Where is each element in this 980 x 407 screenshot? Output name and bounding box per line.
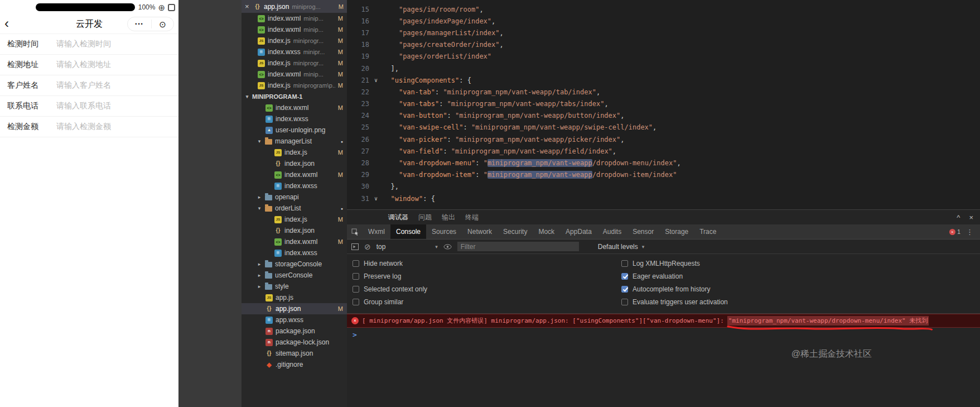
tree-folder[interactable]: ▸openapi bbox=[242, 191, 347, 203]
open-editor-item[interactable]: JSindex.jsminiprogr...M bbox=[242, 35, 347, 46]
checkbox[interactable] bbox=[353, 299, 359, 305]
log-levels-selector[interactable]: Default levels ▾ bbox=[598, 243, 645, 251]
devtools-tab-sources[interactable]: Sources bbox=[426, 224, 462, 239]
tree-item[interactable]: npackage-lock.json bbox=[242, 337, 347, 348]
tree-item[interactable]: ≡index.wxss bbox=[242, 113, 347, 125]
tree-item[interactable]: npackage.json bbox=[242, 325, 347, 337]
project-section-header[interactable]: ▾ MINIPROGRAM-1 bbox=[242, 91, 347, 102]
tree-folder[interactable]: ▾managerList● bbox=[242, 136, 347, 147]
tree-item[interactable]: JSapp.js bbox=[242, 292, 347, 303]
more-menu-icon[interactable]: ••• bbox=[135, 21, 143, 27]
tree-folder[interactable]: ▸style bbox=[242, 281, 347, 292]
form-row[interactable]: 检测金额请输入检测金额 bbox=[0, 117, 178, 137]
form-row[interactable]: 检测地址请输入检测地址 bbox=[0, 55, 178, 75]
console-setting[interactable]: Autocomplete from history bbox=[621, 282, 980, 295]
devtools-tab-appdata[interactable]: AppData bbox=[560, 224, 597, 239]
tree-item[interactable]: ▴user-unlogin.png bbox=[242, 125, 347, 136]
tree-item[interactable]: JSindex.jsM bbox=[242, 214, 347, 225]
fold-chevron-icon[interactable]: ∨ bbox=[369, 77, 383, 83]
open-editor-item[interactable]: JSindex.jsminiprogr...M bbox=[242, 58, 347, 69]
code-line[interactable]: 18 "pages/createOrder/index", bbox=[347, 39, 980, 51]
tree-item[interactable]: {}sitemap.json bbox=[242, 348, 347, 359]
console-error-message[interactable]: × [ miniprogram/app.json 文件内容错误] minipro… bbox=[347, 314, 980, 328]
minimize-icon[interactable]: ⊙ bbox=[159, 20, 166, 28]
tree-item[interactable]: <>index.wxmlM bbox=[242, 102, 347, 113]
devtools-tab-trace[interactable]: Trace bbox=[694, 224, 722, 239]
close-panel-icon[interactable]: × bbox=[969, 213, 973, 222]
open-editor-item[interactable]: JSindex.jsminiprogram\p...M bbox=[242, 80, 347, 91]
code-editor[interactable]: 15 "pages/im/room/room",16 "pages/indexP… bbox=[347, 0, 980, 209]
zoom-in-icon[interactable]: ⊕ bbox=[158, 3, 165, 12]
form-row[interactable]: 检测时间请输入检测时间 bbox=[0, 34, 178, 55]
tree-item[interactable]: ≡app.wxss bbox=[242, 314, 347, 325]
devtools-tab-sensor[interactable]: Sensor bbox=[627, 224, 659, 239]
checkbox[interactable] bbox=[621, 299, 628, 305]
code-line[interactable]: 29 "van-dropdown-item": "miniprogram_npm… bbox=[347, 169, 980, 181]
open-editor-active-tab[interactable]: × {} app.json miniprog... M bbox=[242, 0, 347, 13]
devtools-tab-security[interactable]: Security bbox=[498, 224, 533, 239]
code-line[interactable]: 31∨ "window": { bbox=[347, 193, 980, 204]
console-setting[interactable]: Log XMLHttpRequests bbox=[621, 257, 980, 270]
form-row[interactable]: 联系电话请输入联系电话 bbox=[0, 96, 178, 117]
close-icon[interactable]: × bbox=[245, 3, 251, 10]
checkbox[interactable] bbox=[621, 260, 628, 267]
console-setting[interactable]: Group similar bbox=[353, 295, 621, 308]
checkbox[interactable] bbox=[621, 273, 628, 280]
console-setting[interactable]: Evaluate triggers user activation bbox=[621, 295, 980, 308]
console-setting[interactable]: Eager evaluation bbox=[621, 270, 980, 282]
collapse-panel-icon[interactable]: ^ bbox=[957, 213, 960, 222]
tree-item[interactable]: ≡index.wxss bbox=[242, 247, 347, 258]
panel-tab[interactable]: 输出 bbox=[442, 213, 455, 222]
open-editor-item[interactable]: <>index.wxmlminip...M bbox=[242, 24, 347, 35]
form-row[interactable]: 客户姓名请输入客户姓名 bbox=[0, 75, 178, 96]
zoom-level[interactable]: 100% bbox=[138, 3, 156, 11]
code-line[interactable]: 26 "van-picker": "miniprogram_npm/vant-w… bbox=[347, 133, 980, 145]
checkbox[interactable] bbox=[621, 286, 628, 293]
error-count-badge[interactable]: × 1 bbox=[949, 228, 960, 235]
device-frame-icon[interactable] bbox=[168, 4, 175, 11]
panel-tab[interactable]: 终端 bbox=[465, 213, 479, 222]
context-selector[interactable]: top ▾ bbox=[376, 243, 438, 251]
console-setting[interactable]: Preserve log bbox=[353, 270, 621, 282]
checkbox[interactable] bbox=[353, 286, 359, 293]
code-line[interactable]: 22 "van-tab": "miniprogram_npm/vant-weap… bbox=[347, 86, 980, 98]
tree-item[interactable]: ◆.gitignore bbox=[242, 359, 347, 370]
device-selector-pill[interactable] bbox=[36, 3, 135, 11]
live-expression-eye-icon[interactable] bbox=[443, 244, 452, 250]
inspect-element-icon[interactable] bbox=[347, 224, 363, 239]
code-line[interactable]: 27 "van-field": "miniprogram_npm/vant-we… bbox=[347, 145, 980, 157]
console-sidebar-icon[interactable] bbox=[351, 243, 359, 250]
code-line[interactable]: 24 "van-button": "miniprogram_npm/vant-w… bbox=[347, 110, 980, 122]
filter-input[interactable] bbox=[457, 242, 579, 251]
tree-item[interactable]: {}app.jsonM bbox=[242, 303, 347, 314]
tree-item[interactable]: <>index.wxmlM bbox=[242, 169, 347, 180]
code-line[interactable]: 28 "van-dropdown-menu": "miniprogram_npm… bbox=[347, 157, 980, 169]
code-line[interactable]: 20 ], bbox=[347, 63, 980, 74]
code-line[interactable]: 19 "pages/orderList/index" bbox=[347, 51, 980, 63]
code-line[interactable]: 30 }, bbox=[347, 181, 980, 193]
checkbox[interactable] bbox=[353, 260, 359, 267]
panel-tab[interactable]: 问题 bbox=[418, 213, 432, 222]
devtools-tab-mock[interactable]: Mock bbox=[533, 224, 560, 239]
devtools-tab-wxml[interactable]: Wxml bbox=[363, 224, 390, 239]
open-editor-item[interactable]: ≡index.wxssminipr...M bbox=[242, 46, 347, 58]
tree-folder[interactable]: ▸storageConsole bbox=[242, 258, 347, 270]
devtools-tab-storage[interactable]: Storage bbox=[659, 224, 694, 239]
tree-item[interactable]: {}index.json bbox=[242, 225, 347, 236]
panel-tab[interactable]: 调试器 bbox=[388, 213, 408, 222]
code-line[interactable]: 21∨ "usingComponents": { bbox=[347, 74, 980, 86]
devtools-tab-audits[interactable]: Audits bbox=[597, 224, 627, 239]
console-setting[interactable]: Hide network bbox=[353, 257, 621, 270]
console-setting[interactable]: Selected context only bbox=[353, 282, 621, 295]
open-editor-item[interactable]: <>index.wxmlminip...M bbox=[242, 69, 347, 80]
code-line[interactable]: 17 "pages/managerList/index", bbox=[347, 27, 980, 39]
tree-item[interactable]: JSindex.jsM bbox=[242, 147, 347, 158]
tree-folder[interactable]: ▸userConsole bbox=[242, 270, 347, 281]
tree-item[interactable]: <>index.wxmlM bbox=[242, 236, 347, 247]
code-line[interactable]: 16 "pages/indexPage/index", bbox=[347, 15, 980, 27]
tree-item[interactable]: ≡index.wxss bbox=[242, 180, 347, 191]
checkbox[interactable] bbox=[353, 273, 359, 280]
tree-item[interactable]: {}index.json bbox=[242, 158, 347, 169]
kebab-menu-icon[interactable]: ⋮ bbox=[966, 228, 973, 236]
devtools-tab-console[interactable]: Console bbox=[390, 224, 426, 239]
